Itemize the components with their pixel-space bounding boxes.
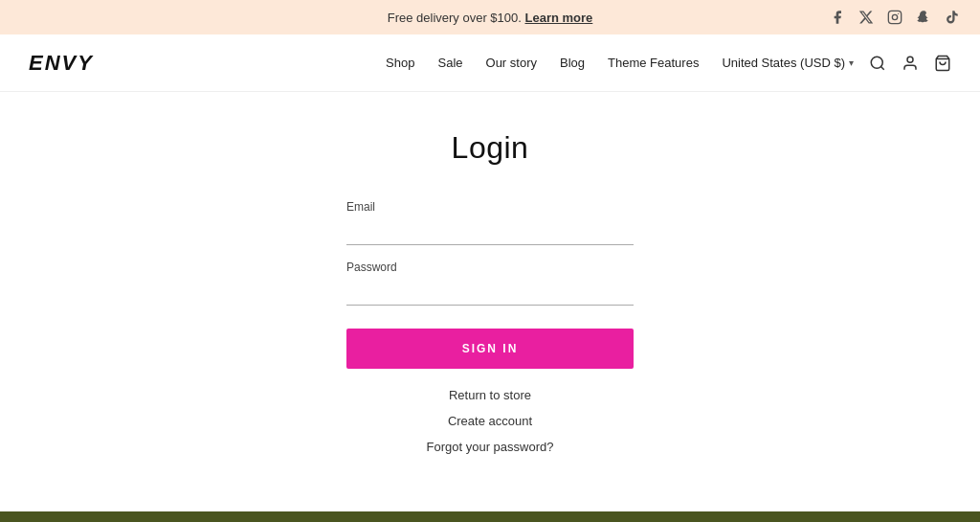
login-form: Email Password SIGN IN <box>346 200 634 388</box>
promo-message: Free delivery over $100. <box>388 11 525 25</box>
login-links: Return to store Create account Forgot yo… <box>427 388 554 454</box>
header: ENVY Shop Sale Our story Blog Theme Feat… <box>0 34 980 92</box>
create-account-link[interactable]: Create account <box>448 414 532 428</box>
forgot-password-link[interactable]: Forgot your password? <box>427 440 554 454</box>
svg-point-2 <box>898 13 899 14</box>
password-label: Password <box>346 261 634 274</box>
top-bar: Free delivery over $100. Learn more <box>0 0 980 34</box>
account-icon[interactable] <box>902 55 919 72</box>
svg-rect-0 <box>888 11 901 23</box>
email-group: Email <box>346 200 634 245</box>
password-input[interactable] <box>346 278 634 306</box>
return-to-store-link[interactable]: Return to store <box>449 388 531 402</box>
footer: Find us Links Contact us Get connected <box>0 511 980 522</box>
nav-our-story[interactable]: Our story <box>486 56 537 70</box>
logo[interactable]: ENVY <box>29 51 94 76</box>
cart-icon[interactable] <box>934 55 951 72</box>
password-group: Password <box>346 261 634 306</box>
nav-sale[interactable]: Sale <box>437 56 462 70</box>
nav-shop[interactable]: Shop <box>386 56 414 70</box>
email-input[interactable] <box>346 217 634 245</box>
main-nav: Shop Sale Our story Blog Theme Features … <box>386 56 854 70</box>
svg-point-5 <box>907 57 913 62</box>
chevron-down-icon: ▾ <box>849 57 854 68</box>
login-title: Login <box>452 130 529 166</box>
learn-more-link[interactable]: Learn more <box>524 11 592 25</box>
instagram-icon[interactable] <box>886 9 903 26</box>
twitter-x-icon[interactable] <box>858 9 875 26</box>
email-label: Email <box>346 200 634 214</box>
svg-point-1 <box>892 14 897 19</box>
nav-theme-features[interactable]: Theme Features <box>608 56 699 70</box>
sign-in-button[interactable]: SIGN IN <box>346 329 634 369</box>
social-icons-bar <box>829 9 961 26</box>
currency-label: United States (USD $) <box>722 56 845 70</box>
promo-text: Free delivery over $100. Learn more <box>388 11 593 25</box>
facebook-icon[interactable] <box>829 9 846 26</box>
nav-blog[interactable]: Blog <box>560 56 585 70</box>
svg-line-4 <box>880 66 883 69</box>
tiktok-icon[interactable] <box>944 9 961 26</box>
currency-selector[interactable]: United States (USD $) ▾ <box>722 56 854 70</box>
search-icon[interactable] <box>869 55 886 72</box>
header-icons <box>869 55 951 72</box>
svg-point-3 <box>871 57 882 68</box>
main-content: Login Email Password SIGN IN Return to s… <box>0 92 980 511</box>
snapchat-icon[interactable] <box>915 9 932 26</box>
